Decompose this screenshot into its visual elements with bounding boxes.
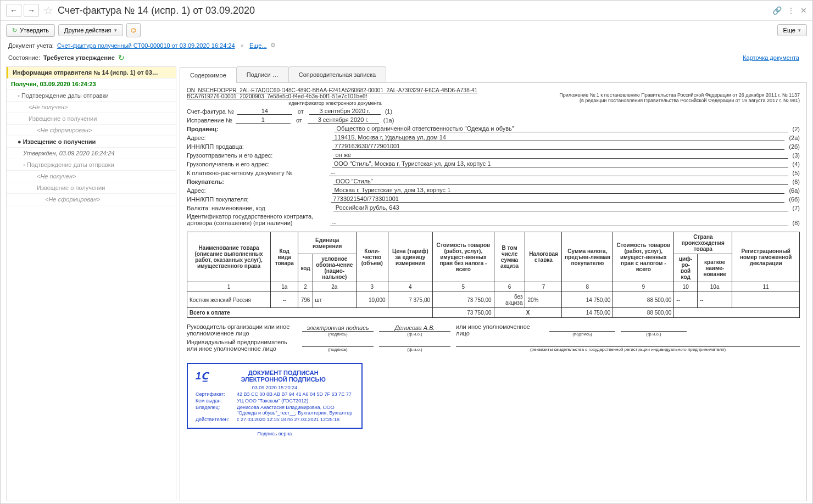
tree-item[interactable]: Извещение о получении xyxy=(7,182,176,194)
tree-item-meta: <Не сформирован> xyxy=(7,194,176,205)
tab-signatures[interactable]: Подписи … xyxy=(236,66,289,82)
doc-ref-link[interactable]: Счет-фактура полученный СТ00-000010 от 0… xyxy=(57,42,235,49)
titlebar: ← → ☆ Счет-фактура № 14 (испр. 1) от 03.… xyxy=(1,1,812,21)
doc-ref-label: Документ учета: xyxy=(8,42,54,49)
other-actions-dropdown[interactable]: Другие действия xyxy=(58,24,122,36)
link-icon[interactable]: 🔗 xyxy=(772,6,782,15)
favorite-star-icon[interactable]: ☆ xyxy=(43,4,53,17)
table-total-row: Всего к оплате 73 750,00 X 14 750,00 88 … xyxy=(187,308,800,318)
appendix-note: Приложение № 1 к постановлению Правитель… xyxy=(559,92,800,103)
state-value: Требуется утверждение xyxy=(43,54,115,61)
forward-button[interactable]: → xyxy=(24,4,39,17)
tree-item-meta: Утвержден, 03.09.2020 16:24:24 xyxy=(7,148,176,159)
close-window-icon[interactable]: ✕ xyxy=(800,6,807,15)
approve-button[interactable]: ↻ Утвердить xyxy=(6,24,55,37)
gear-icon[interactable]: ⚙ xyxy=(270,42,276,49)
1c-logo-icon: 1C̲ xyxy=(196,370,208,382)
invoice-number-row: Счет-фактура № 14 от 3 сентября 2020 г. … xyxy=(187,108,800,115)
signature-valid-label: Подпись верна xyxy=(187,431,363,436)
document-content: ON_NSCHFDOPPR_2AL-E7ADDC60-D48C-489C-BBA… xyxy=(180,83,807,501)
state-line: Состояние: Требуется утверждение ↻ Карто… xyxy=(1,51,812,64)
edoc-id-line2: BCA7619276-00001_20200903_7e58e5c0-f4ed-… xyxy=(187,93,483,99)
edoc-id-line1: ON_NSCHFDOPPR_2AL-E7ADDC60-D48C-489C-BBA… xyxy=(187,87,483,93)
items-table: Наименование товара (описание выполненны… xyxy=(187,232,800,318)
tree-root[interactable]: Информация отправителя № 14 (испр. 1) от… xyxy=(7,67,176,79)
window-title: Счет-фактура № 14 (испр. 1) от 03.09.202… xyxy=(58,5,768,16)
signature-stamp: 1C̲ ДОКУМЕНТ ПОДПИСАН ЭЛЕКТРОННОЙ ПОДПИС… xyxy=(187,363,363,429)
left-tree-panel: Информация отправителя № 14 (испр. 1) от… xyxy=(6,66,176,501)
state-label: Состояние: xyxy=(8,54,40,61)
tab-content[interactable]: Содержимое xyxy=(180,67,237,83)
tree-item[interactable]: Извещение о получении xyxy=(7,113,176,125)
tab-note[interactable]: Сопроводительная записка xyxy=(288,66,386,82)
tree-item[interactable]: ● Извещение о получении xyxy=(7,136,176,148)
doc-ref-more[interactable]: Еще... xyxy=(249,42,267,49)
back-button[interactable]: ← xyxy=(6,4,21,17)
tree-item[interactable]: ◦ Подтверждение даты отправки xyxy=(7,90,176,102)
tree-status[interactable]: Получен, 03.09.2020 16:24:23 xyxy=(7,79,176,90)
more-dropdown[interactable]: Еще xyxy=(777,24,807,36)
signatures-block: Руководитель организации или иное уполно… xyxy=(187,323,800,352)
tree-item[interactable]: ◦ Подтверждение даты отправки xyxy=(7,159,176,171)
app-window: ← → ☆ Счет-фактура № 14 (испр. 1) от 03.… xyxy=(0,0,813,504)
refresh-icon[interactable]: ↻ xyxy=(118,53,125,62)
tree-item-meta: <Не сформирован> xyxy=(7,125,176,136)
correction-row: Исправление № 1 от 3 сентября 2020 г. (1… xyxy=(187,116,800,124)
tree-item-meta: <Не получен> xyxy=(7,171,176,182)
tree-item-meta: <Не получен> xyxy=(7,102,176,113)
hierarchy-icon[interactable]: ⌬ xyxy=(126,23,141,37)
approve-icon: ↻ xyxy=(12,27,17,34)
doc-ref-clear[interactable]: × xyxy=(238,42,246,49)
tabs: Содержимое Подписи … Сопроводительная за… xyxy=(180,66,807,83)
edoc-id-label: идентификатор электронного документа xyxy=(187,100,483,106)
toolbar: ↻ Утвердить Другие действия ⌬ Еще xyxy=(1,21,812,40)
kebab-menu-icon[interactable]: ⋮ xyxy=(787,6,795,15)
card-link[interactable]: Карточка документа xyxy=(743,54,799,61)
table-row[interactable]: Костюм женский Россия -- 796 шт 10,000 7… xyxy=(187,292,800,308)
doc-reference-line: Документ учета: Счет-фактура полученный … xyxy=(1,40,812,51)
